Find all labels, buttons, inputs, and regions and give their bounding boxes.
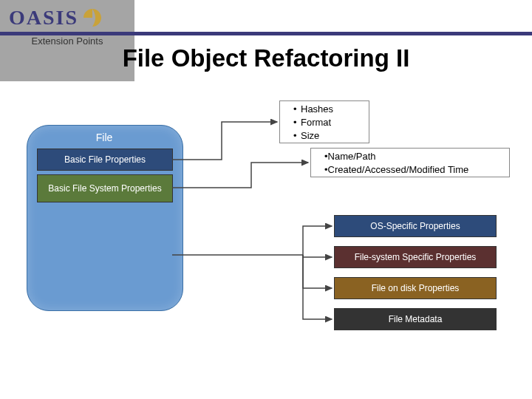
callout-bfsp-item: •Name/Path (324, 150, 509, 163)
logo: OASIS (9, 6, 103, 30)
box-file-metadata: File Metadata (334, 308, 497, 330)
box-file-on-disk-properties: File on disk Properties (334, 277, 497, 299)
callout-bfp-item-label: Size (301, 130, 319, 141)
callout-bfsp-item: •Created/Accessed/Modified Time (324, 163, 509, 177)
box-basic-file-properties: Basic File Properties (37, 149, 173, 171)
callout-bfp-item-label: Format (301, 117, 331, 128)
callout-bfp-item: •Format (293, 116, 369, 129)
callout-bfsp-item-label: Created/Accessed/Modified Time (328, 164, 469, 175)
logo-icon (81, 7, 103, 28)
callout-bfp-item-label: Hashes (301, 103, 333, 115)
page-title: File Object Refactoring II (0, 44, 532, 72)
file-group-title: File (27, 132, 182, 143)
box-os-specific-properties: OS-Specific Properties (334, 215, 497, 237)
header-divider (0, 32, 532, 35)
callout-bfp-item: •Hashes (293, 103, 369, 116)
callout-bfp-item: •Size (293, 129, 369, 143)
callout-bfp: •Hashes •Format •Size (279, 100, 369, 143)
box-fs-specific-properties: File-system Specific Properties (334, 246, 497, 268)
callout-bfsp: •Name/Path •Created/Accessed/Modified Ti… (310, 148, 510, 177)
callout-bfsp-item-label: Name/Path (328, 151, 376, 162)
logo-text: OASIS (9, 6, 78, 30)
box-basic-file-system-properties-label: Basic File System Properties (44, 182, 166, 195)
box-basic-file-system-properties: Basic File System Properties (37, 174, 173, 202)
